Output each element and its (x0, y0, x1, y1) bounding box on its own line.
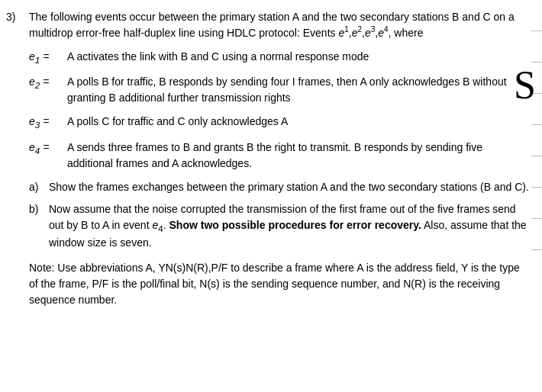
bracket-decoration: S (514, 68, 536, 104)
question-block: 3) The following events occur between th… (6, 9, 530, 308)
question-content: The following events occur between the p… (29, 9, 530, 308)
sub-question-a: a) Show the frames exchanges between the… (29, 179, 530, 195)
event-e1-row: e1 = A activates the link with B and C u… (29, 49, 530, 66)
note-text: Note: Use abbreviations A, YN(s)N(R),P/F… (29, 262, 520, 306)
event-e3-label: e3 = (29, 114, 67, 131)
note-block: Note: Use abbreviations A, YN(s)N(R),P/F… (29, 260, 530, 308)
scrollbar[interactable] (531, 0, 542, 392)
event-e4-text: A sends three frames to B and grants B t… (67, 140, 530, 172)
event-e1-text: A activates the link with B and C using … (67, 49, 530, 65)
header-text: The following events occur between the p… (29, 11, 515, 39)
event-e4-row: e4 = A sends three frames to B and grant… (29, 140, 530, 172)
page-container: 3) The following events occur between th… (0, 0, 542, 392)
event-e1-label: e1 = (29, 49, 67, 66)
event-e2-text: A polls B for traffic, B responds by sen… (67, 74, 530, 106)
event-e3-row: e3 = A polls C for traffic and C only ac… (29, 114, 530, 131)
event-e3-text: A polls C for traffic and C only acknowl… (67, 114, 530, 130)
sub-b-text: Now assume that the noise corrupted the … (49, 201, 530, 251)
event-e2-row: e2 = A polls B for traffic, B responds b… (29, 74, 530, 106)
event-e4-label: e4 = (29, 140, 67, 157)
events-label-3: e (365, 27, 371, 39)
sub-b-label: b) (29, 201, 49, 217)
sub-a-text: Show the frames exchanges between the pr… (49, 179, 530, 195)
question-number: 3) (6, 9, 29, 308)
sub-question-b: b) Now assume that the noise corrupted t… (29, 201, 530, 251)
events-label-4: e (378, 27, 384, 39)
event-e2-label: e2 = (29, 74, 67, 92)
question-header: The following events occur between the p… (29, 9, 530, 41)
sub-questions: a) Show the frames exchanges between the… (29, 179, 530, 251)
sub-a-label: a) (29, 179, 49, 195)
